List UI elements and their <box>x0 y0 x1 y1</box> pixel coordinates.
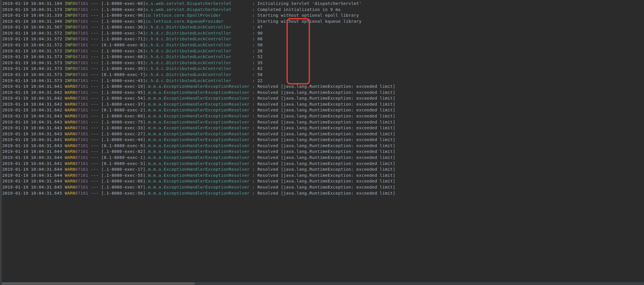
logger-name: .m.m.a.ExceptionHandlerExceptionResolver <box>146 90 250 96</box>
logger-name: .m.m.a.ExceptionHandlerExceptionResolver <box>146 101 250 107</box>
timestamp: 2019-01-19 10:04:31.644 <box>2 155 62 161</box>
timestamp: 2019-01-19 10:04:31.644 <box>2 178 62 184</box>
timestamp: 2019-01-19 10:04:31.643 <box>2 119 62 125</box>
separator: --- <box>88 125 101 131</box>
process-id: 87161 <box>75 184 88 190</box>
log-line: 2019-01-19 10:04:31.643 WARN 87161 --- [… <box>2 131 644 137</box>
log-line: 2019-01-19 10:04:31.644 WARN 87161 --- [… <box>2 155 644 161</box>
log-message: 22 <box>257 78 263 84</box>
message-separator: : <box>250 90 257 96</box>
logger-name: .m.m.a.ExceptionHandlerExceptionResolver <box>146 190 250 196</box>
process-id: 87161 <box>75 72 88 78</box>
log-message: 47 <box>257 24 263 30</box>
thread-name: [.1-8080-exec-60] <box>101 1 146 7</box>
log-level: WARN <box>62 107 75 113</box>
log-line: 2019-01-19 10:04:31.641 WARN 87161 --- [… <box>2 137 644 143</box>
separator: --- <box>88 42 101 48</box>
logger-name: io.lettuce.core.KqueueProvider <box>146 18 250 24</box>
separator: --- <box>88 131 101 137</box>
log-line: 2019-01-19 10:04:31.572 INFO 87161 --- [… <box>2 30 644 36</box>
thread-name: [.1-8080-exec-88] <box>101 54 146 60</box>
log-level: INFO <box>62 78 75 84</box>
log-level: INFO <box>62 7 75 13</box>
log-line: 2019-01-19 10:04:31.573 INFO 87161 --- [… <box>2 66 644 72</box>
process-id: 87161 <box>75 125 88 131</box>
log-line: 2019-01-19 10:04:31.104 INFO 87161 --- [… <box>2 1 644 7</box>
thread-name: [.1-8080-exec-96] <box>101 12 146 18</box>
process-id: 87161 <box>75 54 88 60</box>
logger-name: c.h.d.c.DistributedLockController <box>146 72 250 78</box>
log-message: Resolved [java.lang.RuntimeException: ex… <box>257 95 396 101</box>
separator: --- <box>88 172 101 178</box>
log-line: 2019-01-19 10:04:31.643 WARN 87161 --- [… <box>2 125 644 131</box>
message-separator: : <box>250 54 257 60</box>
log-level: INFO <box>62 12 75 18</box>
log-line: 2019-01-19 10:04:31.643 WARN 87161 --- [… <box>2 143 644 149</box>
log-level: WARN <box>62 113 75 119</box>
message-separator: : <box>250 125 257 131</box>
logger-name: .m.m.a.ExceptionHandlerExceptionResolver <box>146 172 250 178</box>
log-message: Resolved [java.lang.RuntimeException: ex… <box>257 137 396 143</box>
logger-name: c.h.d.c.DistributedLockController <box>146 54 250 60</box>
process-id: 87161 <box>75 113 88 119</box>
logger-name: .m.m.a.ExceptionHandlerExceptionResolver <box>146 184 250 190</box>
log-message: Resolved [java.lang.RuntimeException: ex… <box>257 178 396 184</box>
timestamp: 2019-01-19 10:04:31.642 <box>2 107 62 113</box>
separator: --- <box>88 1 101 7</box>
log-line: 2019-01-19 10:04:31.643 WARN 87161 --- [… <box>2 113 644 119</box>
thread-name: [.1-8080-exec-36] <box>101 24 146 30</box>
timestamp: 2019-01-19 10:04:31.573 <box>2 72 62 78</box>
log-message: Resolved [java.lang.RuntimeException: ex… <box>257 161 396 167</box>
process-id: 87161 <box>75 42 88 48</box>
logger-name: c.h.d.c.DistributedLockController <box>146 66 250 72</box>
log-level: WARN <box>62 143 75 149</box>
timestamp: 2019-01-19 10:04:31.573 <box>2 66 62 72</box>
log-level: WARN <box>62 149 75 155</box>
logger-name: c.h.d.c.DistributedLockController <box>146 36 250 42</box>
separator: --- <box>88 78 101 84</box>
log-level: INFO <box>62 48 75 54</box>
separator: --- <box>88 143 101 149</box>
process-id: 87161 <box>75 155 88 161</box>
logger-name: c.h.d.c.DistributedLockController <box>146 78 250 84</box>
message-separator: : <box>250 42 257 48</box>
thread-name: [.1-8080-exec-55] <box>101 172 146 178</box>
message-separator: : <box>250 48 257 54</box>
message-separator: : <box>250 107 257 113</box>
message-separator: : <box>250 24 257 30</box>
separator: --- <box>88 137 101 143</box>
timestamp: 2019-01-19 10:04:31.644 <box>2 166 62 172</box>
log-message: Resolved [java.lang.RuntimeException: ex… <box>257 172 396 178</box>
process-id: 87161 <box>75 7 88 13</box>
log-line: 2019-01-19 10:04:31.643 WARN 87161 --- [… <box>2 119 644 125</box>
process-id: 87161 <box>75 1 88 7</box>
log-level: WARN <box>62 137 75 143</box>
log-message: Resolved [java.lang.RuntimeException: ex… <box>257 166 396 172</box>
log-level: WARN <box>62 83 75 90</box>
separator: --- <box>88 83 101 90</box>
timestamp: 2019-01-19 10:04:31.641 <box>2 161 62 167</box>
thread-name: [.1-8080-exec-17] <box>101 166 146 172</box>
log-output[interactable]: 2019-01-19 10:04:31.104 INFO 87161 --- [… <box>2 0 644 196</box>
timestamp: 2019-01-19 10:04:31.340 <box>2 18 62 24</box>
thread-name: [.1-8080-exec-66] <box>101 178 146 184</box>
log-line: 2019-01-19 10:04:31.644 WARN 87161 --- [… <box>2 172 644 178</box>
logger-name: io.lettuce.core.EpollProvider <box>146 12 250 18</box>
message-separator: : <box>250 12 257 18</box>
log-message: 35 <box>257 60 263 66</box>
log-message: Completed initialization in 9 ms <box>257 7 341 13</box>
logger-name: o.s.web.servlet.DispatcherServlet <box>146 7 250 13</box>
thread-name: [.1-8080-exec-37] <box>101 101 146 107</box>
separator: --- <box>88 95 101 101</box>
logger-name: c.h.d.c.DistributedLockController <box>146 30 250 36</box>
timestamp: 2019-01-19 10:04:31.642 <box>2 101 62 107</box>
log-line: 2019-01-19 10:04:31.573 INFO 87161 --- [… <box>2 78 644 84</box>
log-line: 2019-01-19 10:04:31.642 WARN 87161 --- [… <box>2 101 644 107</box>
message-separator: : <box>250 36 257 42</box>
thread-name: [.1-8080-exec-95] <box>101 90 146 96</box>
log-message: Resolved [java.lang.RuntimeException: ex… <box>257 149 396 155</box>
process-id: 87161 <box>75 178 88 184</box>
logger-name: .m.m.a.ExceptionHandlerExceptionResolver <box>146 125 250 131</box>
timestamp: 2019-01-19 10:04:31.173 <box>2 7 62 13</box>
process-id: 87161 <box>75 137 88 143</box>
